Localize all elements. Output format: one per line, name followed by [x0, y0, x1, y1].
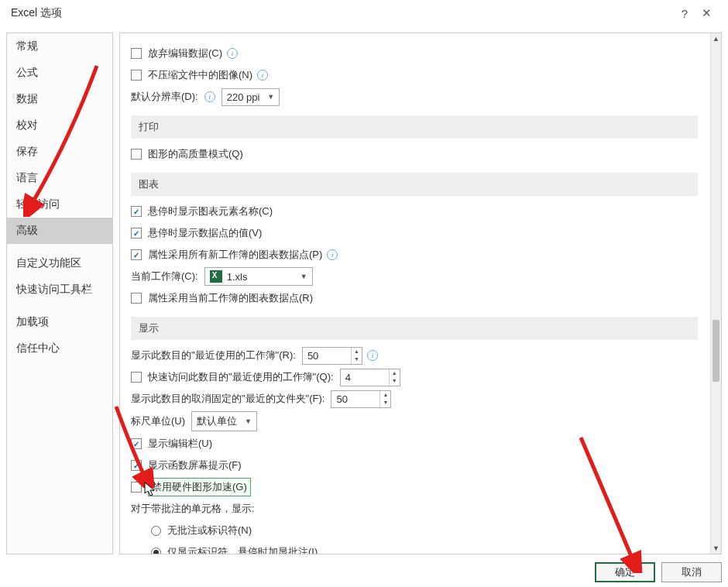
- select-value: 1.xls: [227, 271, 248, 283]
- select-ruler-unit[interactable]: 默认单位 ▼: [191, 411, 257, 431]
- select-default-res[interactable]: 220 ppi ▼: [221, 88, 280, 106]
- label-show-func-tips: 显示函数屏幕提示(F): [148, 458, 242, 472]
- spin-down-icon[interactable]: ▼: [352, 355, 362, 364]
- sidebar-item-addins[interactable]: 加载项: [7, 309, 112, 335]
- help-icon[interactable]: ?: [674, 7, 695, 20]
- label-hover-data-value: 悬停时显示数据点的值(V): [148, 226, 262, 240]
- label-current-wb: 当前工作簿(C):: [131, 269, 198, 283]
- spinner-value: 4: [345, 372, 351, 383]
- excel-file-icon: [210, 270, 222, 283]
- main-area: 常规 公式 数据 校对 保存 语言 轻松访问 高级 自定义功能区 快速访问工具栏…: [6, 33, 722, 554]
- checkbox-hover-data-value[interactable]: [131, 228, 142, 239]
- label-recent-wb: 显示此数目的"最近使用的工作簿"(R):: [131, 348, 296, 362]
- content-scroll: 放弃编辑数据(C) 不压缩文件中的图像(N) 默认分辨率(D): 220 ppi…: [120, 33, 710, 554]
- spinner-recent-folder[interactable]: 50 ▲▼: [331, 390, 391, 408]
- spinner-quick-access[interactable]: 4 ▲▼: [340, 369, 400, 386]
- select-current-wb[interactable]: 1.xls ▼: [204, 267, 313, 286]
- info-icon[interactable]: [327, 249, 338, 260]
- scroll-thumb[interactable]: [713, 320, 719, 382]
- sidebar-item-customize-ribbon[interactable]: 自定义功能区: [7, 250, 112, 276]
- cancel-button[interactable]: 取消: [661, 562, 722, 582]
- checkbox-disable-hw-accel[interactable]: [131, 482, 142, 493]
- checkbox-quick-access-recent[interactable]: [131, 372, 142, 383]
- spin-up-icon[interactable]: ▲: [380, 391, 390, 400]
- checkbox-prop-current-wb[interactable]: [131, 293, 142, 304]
- info-icon[interactable]: [367, 350, 378, 361]
- label-graphics-hq: 图形的高质量模式(Q): [148, 147, 243, 161]
- label-quick-access-recent: 快速访问此数目的"最近使用的工作簿"(Q):: [148, 370, 334, 384]
- section-chart: 图表: [131, 173, 698, 196]
- checkbox-prop-all-new[interactable]: [131, 249, 142, 260]
- spinner-recent-wb[interactable]: 50 ▲▼: [302, 347, 362, 365]
- section-display: 显示: [131, 317, 698, 340]
- spin-up-icon[interactable]: ▲: [390, 369, 400, 378]
- checkbox-graphics-hq[interactable]: [131, 149, 142, 160]
- spinner-value: 50: [336, 393, 347, 405]
- radio-no-comment[interactable]: [151, 526, 161, 536]
- select-value: 220 ppi: [227, 91, 260, 103]
- close-icon[interactable]: ✕: [695, 6, 717, 20]
- ok-button[interactable]: 确定: [595, 562, 655, 582]
- window-title: Excel 选项: [11, 6, 674, 20]
- info-icon[interactable]: [204, 91, 215, 102]
- info-icon[interactable]: [227, 48, 238, 59]
- sidebar-item-advanced[interactable]: 高级: [7, 218, 112, 244]
- label-default-res: 默认分辨率(D):: [131, 90, 198, 104]
- label-show-formula-bar: 显示编辑栏(U): [148, 437, 212, 451]
- sidebar-item-formulas[interactable]: 公式: [7, 60, 112, 86]
- sidebar-item-proofing[interactable]: 校对: [7, 112, 112, 139]
- sidebar-item-language[interactable]: 语言: [7, 165, 112, 191]
- sidebar-item-ease[interactable]: 轻松访问: [7, 191, 112, 218]
- content-panel: 放弃编辑数据(C) 不压缩文件中的图像(N) 默认分辨率(D): 220 ppi…: [119, 33, 722, 554]
- checkbox-no-compress[interactable]: [131, 70, 142, 81]
- chevron-down-icon: ▼: [259, 93, 274, 101]
- label-no-compress: 不压缩文件中的图像(N): [148, 68, 252, 82]
- info-icon[interactable]: [257, 70, 268, 81]
- label-hover-chart-name: 悬停时显示图表元素名称(C): [148, 204, 273, 218]
- label-indicator-only: 仅显示标识符，悬停时加显批注(I): [167, 545, 318, 554]
- chevron-down-icon: ▼: [293, 273, 307, 280]
- chevron-down-icon: ▼: [237, 417, 252, 425]
- sidebar-item-qat[interactable]: 快速访问工具栏: [7, 276, 112, 303]
- checkbox-show-func-tips[interactable]: [131, 460, 142, 471]
- label-prop-all-new: 属性采用所有新工作簿的图表数据点(P): [148, 248, 322, 262]
- label-prop-current-wb: 属性采用当前工作簿的图表数据点(R): [148, 291, 313, 305]
- titlebar: Excel 选项 ? ✕: [0, 0, 728, 26]
- sidebar-item-save[interactable]: 保存: [7, 139, 112, 165]
- sidebar-item-general[interactable]: 常规: [7, 33, 112, 60]
- sidebar: 常规 公式 数据 校对 保存 语言 轻松访问 高级 自定义功能区 快速访问工具栏…: [6, 33, 113, 554]
- footer-buttons: 确定 取消: [595, 562, 722, 582]
- section-print: 打印: [131, 115, 698, 139]
- spin-down-icon[interactable]: ▼: [380, 399, 390, 407]
- label-recent-folder: 显示此数目的取消固定的"最近的文件夹"(F):: [131, 392, 325, 406]
- sidebar-item-trust[interactable]: 信任中心: [7, 335, 112, 362]
- label-disable-hw-accel: 禁用硬件图形加速(G): [148, 478, 251, 496]
- select-value: 默认单位: [197, 414, 237, 428]
- spin-up-icon[interactable]: ▲: [352, 348, 362, 356]
- checkbox-hover-chart-name[interactable]: [131, 206, 142, 217]
- label-no-comment: 无批注或标识符(N): [167, 523, 252, 537]
- checkbox-show-formula-bar[interactable]: [131, 438, 142, 449]
- scroll-up-icon[interactable]: ▲: [711, 33, 721, 44]
- checkbox-abandon-edit[interactable]: [131, 48, 142, 59]
- label-ruler-unit: 标尺单位(U): [131, 414, 185, 428]
- label-comment-cell: 对于带批注的单元格，显示:: [131, 502, 255, 516]
- spinner-value: 50: [307, 350, 318, 362]
- label-abandon-edit: 放弃编辑数据(C): [148, 46, 222, 60]
- scroll-down-icon[interactable]: ▼: [711, 543, 721, 554]
- sidebar-item-data[interactable]: 数据: [7, 86, 112, 112]
- spin-down-icon[interactable]: ▼: [390, 377, 400, 386]
- radio-indicator-only[interactable]: [151, 548, 161, 554]
- vertical-scrollbar[interactable]: ▲ ▼: [710, 33, 721, 554]
